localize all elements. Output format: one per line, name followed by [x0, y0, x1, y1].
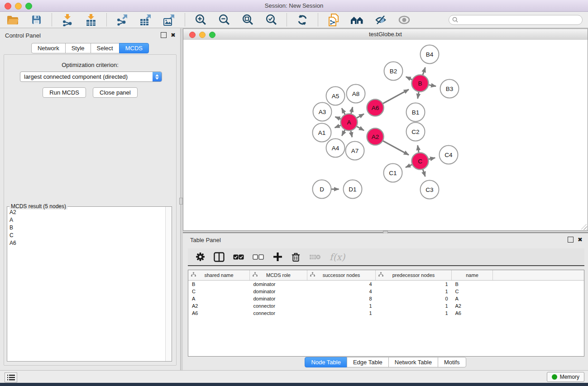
- table-cell[interactable]: dominator: [250, 281, 307, 288]
- search-input[interactable]: [460, 15, 582, 24]
- refresh-icon[interactable]: [295, 13, 310, 27]
- table-cell[interactable]: [493, 310, 584, 317]
- graph-edge-A-A8[interactable]: [351, 107, 353, 114]
- memory-button[interactable]: Memory: [547, 372, 584, 382]
- tab-edge-table[interactable]: Edge Table: [347, 357, 389, 367]
- tab-style[interactable]: Style: [65, 43, 91, 53]
- tab-network[interactable]: Network: [31, 43, 66, 53]
- graphics-details-icon[interactable]: [373, 13, 388, 27]
- graph-edge-A-A1[interactable]: [335, 125, 341, 128]
- save-session-icon[interactable]: [29, 13, 43, 27]
- table-cell[interactable]: 1: [376, 281, 452, 288]
- splitter-grip-vertical[interactable]: [179, 198, 183, 205]
- close-panel-button[interactable]: Close panel: [93, 87, 138, 98]
- graph-edge-A-A6[interactable]: [356, 114, 364, 118]
- table-cell[interactable]: A6: [452, 310, 493, 317]
- table-cell[interactable]: 0: [376, 295, 452, 302]
- table-cell[interactable]: [493, 295, 584, 302]
- table-cell[interactable]: C: [452, 288, 493, 295]
- result-list-item[interactable]: C: [8, 231, 165, 239]
- result-list-item[interactable]: A6: [8, 239, 165, 247]
- table-row[interactable]: Adominator80A: [188, 295, 584, 302]
- import-network-icon[interactable]: [60, 13, 75, 27]
- table-cell[interactable]: 1: [376, 302, 452, 310]
- import-table-icon[interactable]: [84, 13, 98, 27]
- graph-edge-C-C1[interactable]: [406, 164, 412, 167]
- graph-edge-A-A3[interactable]: [335, 117, 341, 119]
- table-cell[interactable]: B: [188, 281, 250, 288]
- result-list-item[interactable]: A2: [8, 208, 165, 216]
- delete-column-trash-icon[interactable]: [291, 252, 301, 262]
- tab-mcds[interactable]: MCDS: [119, 43, 149, 53]
- table-cell[interactable]: [493, 288, 584, 295]
- table-cell[interactable]: [493, 302, 584, 310]
- table-row[interactable]: A6connector11A6: [188, 310, 584, 317]
- network-graph[interactable]: B4B2BB3B1A5A8A6A3AA1A4A7A2C2CC4C1C3DD1: [183, 40, 588, 230]
- column-header-shared-name[interactable]: shared name: [188, 270, 250, 281]
- result-list-item[interactable]: B: [8, 224, 165, 231]
- table-cell[interactable]: A2: [452, 302, 493, 310]
- result-list-scrollbar[interactable]: [165, 207, 172, 361]
- show-columns-icon[interactable]: [214, 252, 225, 262]
- export-image-icon[interactable]: [162, 13, 177, 27]
- function-builder-icon[interactable]: f(x): [330, 252, 345, 262]
- table-settings-gear-icon[interactable]: [196, 252, 205, 262]
- run-mcds-button[interactable]: Run MCDS: [43, 87, 86, 98]
- column-header-successor-nodes[interactable]: successor nodes: [307, 270, 376, 281]
- table-cell[interactable]: connector: [250, 310, 307, 317]
- zoom-out-icon[interactable]: [217, 13, 231, 27]
- table-cell[interactable]: dominator: [250, 288, 307, 295]
- graph-edge-B-B1[interactable]: [418, 91, 419, 99]
- task-history-button[interactable]: [5, 372, 17, 382]
- table-cell[interactable]: 1: [307, 302, 376, 310]
- optimization-criterion-select[interactable]: largest connected component (directed): [20, 71, 162, 82]
- table-row[interactable]: Bdominator41B: [188, 281, 584, 288]
- export-table-icon[interactable]: [139, 13, 153, 27]
- table-row[interactable]: A2connector11A2: [188, 302, 584, 310]
- tab-select[interactable]: Select: [91, 43, 120, 53]
- search-field[interactable]: [449, 15, 583, 25]
- table-cell[interactable]: A6: [188, 310, 250, 317]
- close-panel-icon[interactable]: ✖: [171, 33, 176, 38]
- zoom-selected-icon[interactable]: [264, 13, 278, 27]
- graph-edge-B-B3[interactable]: [428, 85, 436, 86]
- graph-edge-C-C3[interactable]: [423, 169, 425, 177]
- table-cell[interactable]: 4: [307, 288, 376, 295]
- table-cell[interactable]: dominator: [250, 295, 307, 302]
- table-cell[interactable]: 1: [376, 288, 452, 295]
- zoom-fit-icon[interactable]: [240, 13, 255, 27]
- export-network-icon[interactable]: [115, 13, 129, 27]
- table-cell[interactable]: A: [452, 295, 493, 302]
- tab-network-table[interactable]: Network Table: [388, 357, 438, 367]
- create-column-plus-icon[interactable]: [273, 252, 282, 262]
- clone-network-icon[interactable]: [326, 13, 341, 27]
- network-window-titlebar[interactable]: testGlobe.txt: [183, 29, 588, 40]
- open-file-icon[interactable]: [5, 13, 20, 27]
- table-cell[interactable]: B: [452, 281, 493, 288]
- table-cell[interactable]: C: [188, 288, 250, 295]
- graph-edge-B-B2[interactable]: [406, 77, 412, 80]
- window-resize-grip[interactable]: [581, 224, 587, 230]
- graph-edge-A-A4[interactable]: [342, 129, 345, 136]
- graph-edge-C-C4[interactable]: [428, 158, 435, 159]
- column-header-MCDS-role[interactable]: MCDS role: [250, 270, 307, 281]
- table-cell[interactable]: 4: [307, 281, 376, 288]
- table-cell[interactable]: A: [188, 295, 250, 302]
- graph-edge-A-A2[interactable]: [356, 126, 364, 130]
- deselect-all-icon[interactable]: [253, 254, 264, 260]
- tab-node-table[interactable]: Node Table: [305, 357, 347, 367]
- zoom-in-icon[interactable]: [193, 13, 208, 27]
- graph-edge-C-C2[interactable]: [418, 145, 419, 153]
- table-row[interactable]: Cdominator41C: [188, 288, 584, 295]
- delete-table-icon[interactable]: [309, 253, 321, 261]
- table-cell[interactable]: connector: [250, 302, 307, 310]
- eye-icon[interactable]: [397, 13, 411, 27]
- graph-edge-A2-C[interactable]: [382, 141, 409, 155]
- network-canvas[interactable]: B4B2BB3B1A5A8A6A3AA1A4A7A2C2CC4C1C3DD1: [183, 40, 588, 230]
- tab-motifs[interactable]: Motifs: [438, 357, 466, 367]
- table-cell[interactable]: 8: [307, 295, 376, 302]
- column-header-name[interactable]: name: [452, 270, 493, 281]
- column-header-predecessor-nodes[interactable]: predecessor nodes: [376, 270, 452, 281]
- home-icon[interactable]: [350, 13, 364, 27]
- result-list-item[interactable]: A: [8, 216, 165, 224]
